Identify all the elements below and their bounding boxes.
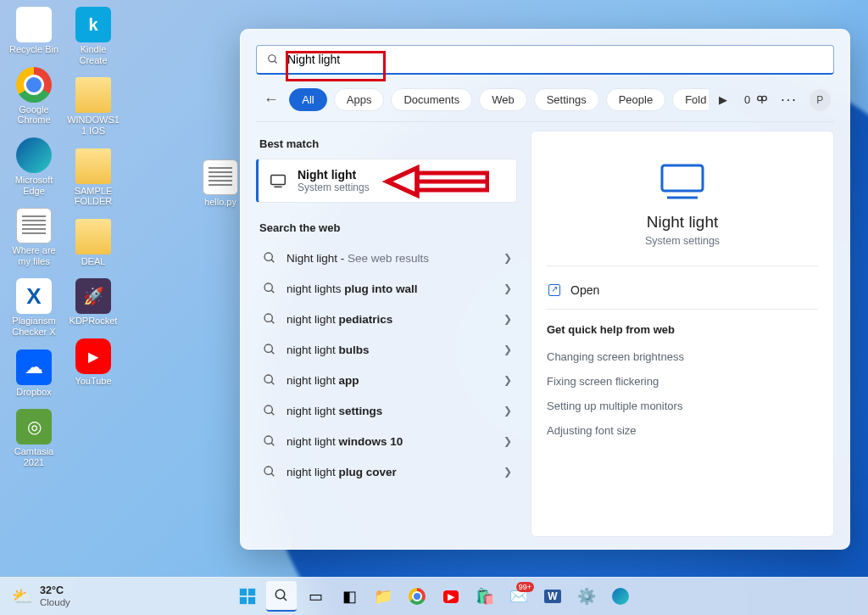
quick-help-link[interactable]: Changing screen brightness [547,344,818,369]
web-result[interactable]: night light settings❯ [256,395,517,426]
open-action[interactable]: Open [547,278,818,310]
svg-line-1 [275,61,277,64]
more-options-button[interactable]: ··· [776,92,802,108]
back-arrow-button[interactable]: ← [259,91,282,109]
desktop-icon-label: YouTube [66,376,120,387]
desktop-glyph [16,137,52,173]
settings-taskbar-icon[interactable]: ⚙️ [571,581,602,612]
desktop-glyph [203,159,238,195]
weather-widget[interactable]: ⛅ 32°C Cloudy [0,585,82,607]
desktop-glyph: k [75,7,111,42]
search-icon [263,434,276,448]
desktop-icon-dropbox[interactable]: Dropbox [7,349,61,398]
desktop-icon-kdprocket[interactable]: KDPRocket [66,278,120,327]
search-icon [263,343,276,356]
best-match-result[interactable]: Night light System settings [256,159,517,203]
desktop-icon-microsoft-edge[interactable]: Microsoft Edge [7,137,61,196]
search-box[interactable] [256,45,834,75]
desktop-icon-camtasia-2021[interactable]: Camtasia 2021 [7,409,61,467]
filter-web[interactable]: Web [479,88,527,111]
best-match-title: Night light [298,168,370,182]
chevron-right-icon: ❯ [504,313,512,325]
chevron-right-icon: ❯ [504,466,512,478]
svg-rect-25 [240,589,247,595]
youtube-taskbar-icon[interactable]: ▶ [436,581,466,612]
quick-help-link[interactable]: Fixing screen flickering [547,369,818,394]
open-icon [548,284,560,296]
web-result[interactable]: night light plug cover❯ [256,456,517,487]
detail-subtitle: System settings [547,235,818,247]
web-result-text: night light app [287,374,359,387]
quick-help-link[interactable]: Setting up multiple monitors [547,394,818,418]
web-result[interactable]: night light windows 10❯ [256,426,517,456]
desktop-icon-label: Google Chrome [7,104,61,126]
desktop-icon-plagiarism-checker-x[interactable]: Plagiarism Checker X [7,278,61,337]
filter-all[interactable]: All [289,88,326,111]
web-result[interactable]: night light app❯ [256,365,517,395]
desktop-icon-sample-folder[interactable]: SAMPLE FOLDER [66,148,120,207]
weather-condition: Cloudy [40,597,70,607]
desktop-icon-deal[interactable]: DEAL [66,219,120,267]
desktop-icon-label: KDPRocket [66,316,120,327]
best-match-subtitle: System settings [298,182,370,193]
desktop-icon-label: SAMPLE FOLDER [66,186,120,207]
desktop-icon-google-chrome[interactable]: Google Chrome [7,67,61,126]
more-filters-button[interactable]: ▶ [715,89,731,110]
search-icon [267,53,279,65]
chevron-right-icon: ❯ [504,435,512,447]
edge-taskbar-icon[interactable] [605,581,636,612]
svg-line-22 [271,473,274,476]
desktop-glyph [16,208,52,243]
best-match-heading: Best match [256,131,517,159]
web-result-text: Night light - See web results [287,252,429,265]
filter-people[interactable]: People [606,88,665,111]
desktop-glyph [75,219,111,254]
word-taskbar-icon[interactable]: W [537,581,568,612]
web-result[interactable]: night light bulbs❯ [256,334,517,365]
quick-help-heading: Get quick help from web [547,323,818,336]
svg-line-20 [271,443,274,445]
svg-rect-6 [417,173,487,190]
file-explorer-button[interactable]: 📁 [368,581,398,612]
desktop-glyph [16,409,52,444]
filter-settings[interactable]: Settings [534,88,599,111]
search-icon [263,465,276,478]
result-detail-panel: Night light System settings Open Get qui… [531,131,834,537]
svg-point-15 [264,375,272,383]
chrome-taskbar-icon[interactable] [402,581,432,612]
web-result-text: night light bulbs [287,344,370,356]
svg-rect-28 [248,597,255,604]
filter-documents[interactable]: Documents [391,88,472,111]
web-result[interactable]: night light pediatrics❯ [256,304,517,334]
web-result[interactable]: night lights plug into wall❯ [256,273,517,304]
desktop-icon-windows11-ios[interactable]: WINDOWS11 IOS [66,77,120,136]
desktop-icon-youtube[interactable]: YouTube [66,338,120,387]
taskbar-center: ▭ ◧ 📁 ▶ 🛍️ ✉️ W ⚙️ [232,581,636,612]
filter-apps[interactable]: Apps [334,88,385,111]
quick-help-link[interactable]: Adjusting font size [547,418,818,443]
svg-point-0 [269,55,275,62]
profile-avatar[interactable]: P [810,89,831,111]
filter-folders[interactable]: Fold [672,88,709,111]
svg-point-21 [264,467,272,474]
web-result[interactable]: Night light - See web results❯ [256,243,517,273]
svg-point-7 [264,253,272,260]
search-input[interactable] [287,53,823,66]
chevron-right-icon: ❯ [504,344,512,355]
widgets-button[interactable]: ◧ [334,581,364,612]
start-button[interactable] [232,581,263,612]
search-web-heading: Search the web [256,215,517,243]
desktop-icon-label: Plagiarism Checker X [7,316,61,337]
desktop-icon-recycle-bin[interactable]: Recycle Bin [7,7,61,55]
svg-point-17 [264,405,272,413]
task-view-button[interactable]: ▭ [300,581,331,612]
desktop-icon-kindle-create[interactable]: kKindle Create [66,7,120,65]
taskbar-search-button[interactable] [266,581,297,612]
svg-line-12 [271,321,274,323]
search-icon [263,282,276,295]
store-taskbar-icon[interactable]: 🛍️ [470,581,500,612]
desktop-icon-label: Recycle Bin [7,44,61,55]
rewards-indicator[interactable]: 0 [744,93,769,107]
desktop-icon-where-are-my-files[interactable]: Where are my files [7,208,61,266]
mail-taskbar-icon[interactable]: ✉️ [504,581,534,612]
